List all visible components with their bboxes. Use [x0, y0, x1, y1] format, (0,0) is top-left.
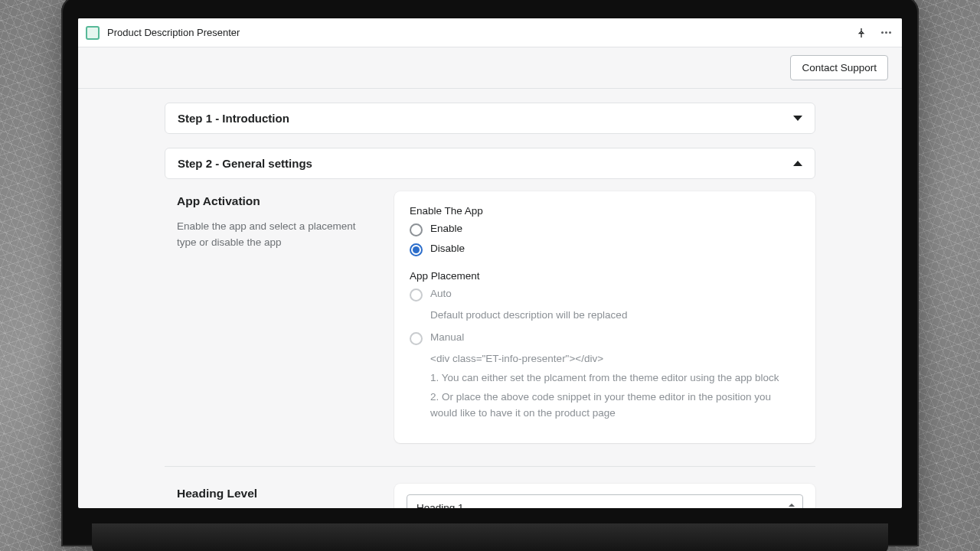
pin-icon[interactable] — [852, 24, 871, 42]
content-scroll: Step 1 - Introduction Step 2 - General s… — [78, 89, 902, 508]
sub-header: Contact Support — [78, 47, 902, 89]
manual-code-snippet: <div class="ET-info-presenter"></div> — [430, 351, 800, 367]
app-header: Product Description Presenter — [78, 18, 902, 47]
laptop-base — [92, 523, 888, 551]
manual-help-1: 1. You can either set the plcament from … — [430, 370, 800, 386]
placement-label: App Placement — [410, 270, 800, 282]
radio-auto[interactable]: Auto — [410, 288, 800, 302]
contact-support-button[interactable]: Contact Support — [790, 55, 888, 80]
manual-help-2: 2. Or place the above code snippet in yo… — [430, 390, 800, 422]
activation-title: App Activation — [177, 194, 373, 208]
select-caret-icon — [789, 504, 795, 508]
radio-icon — [410, 289, 423, 302]
heading-level-section: Heading Level Choose a heading level to … — [165, 484, 815, 508]
app-screen: Product Description Presenter Contact Su… — [78, 18, 902, 508]
section-divider — [165, 466, 815, 467]
radio-enable[interactable]: Enable — [410, 223, 800, 236]
chevron-down-icon — [793, 116, 802, 121]
app-activation-section: App Activation Enable the app and select… — [165, 191, 815, 443]
more-options-icon[interactable] — [878, 28, 894, 37]
step2-label: Step 2 - General settings — [178, 157, 312, 170]
heading-level-title: Heading Level — [177, 487, 373, 500]
radio-icon — [410, 223, 423, 236]
radio-auto-label: Auto — [430, 288, 452, 299]
step1-accordion[interactable]: Step 1 - Introduction — [165, 103, 815, 134]
select-value: Heading 1 — [416, 502, 464, 508]
radio-enable-label: Enable — [430, 223, 462, 234]
radio-manual[interactable]: Manual — [410, 331, 800, 345]
step2-accordion[interactable]: Step 2 - General settings — [165, 148, 815, 179]
laptop-frame: Product Description Presenter Contact Su… — [61, 0, 919, 546]
app-logo-icon — [86, 26, 100, 40]
radio-disable-label: Disable — [430, 243, 465, 254]
activation-description: Enable the app and select a placement ty… — [177, 219, 373, 251]
heading-level-select[interactable]: Heading 1 — [407, 494, 803, 508]
app-title: Product Description Presenter — [107, 27, 240, 38]
radio-manual-label: Manual — [430, 331, 464, 343]
chevron-up-icon — [793, 161, 802, 166]
step1-label: Step 1 - Introduction — [178, 112, 289, 125]
auto-help-text: Default product description will be repl… — [430, 308, 800, 324]
radio-icon — [410, 332, 423, 345]
radio-icon — [410, 243, 423, 256]
radio-disable[interactable]: Disable — [410, 243, 800, 256]
enable-app-label: Enable The App — [410, 205, 800, 217]
